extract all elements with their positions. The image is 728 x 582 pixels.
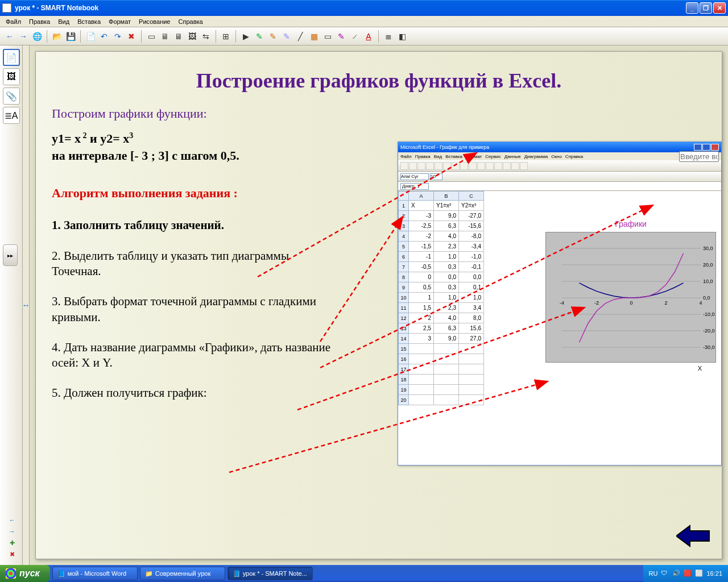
svg-text:-2: -2: [594, 300, 599, 306]
excel-data-table: ABC1XY1=x²Y2=x³2-39,0-27,03-2,56,3-15,64…: [398, 191, 484, 405]
props1-icon[interactable]: ≣: [382, 30, 395, 43]
excel-menu-view: Вид: [434, 154, 442, 159]
menu-file[interactable]: Файл: [2, 17, 24, 26]
excel-menu-format: Формат: [466, 154, 482, 159]
taskbar-item-folder[interactable]: 📁Современный урок: [140, 567, 225, 580]
svg-text:-20,0: -20,0: [703, 328, 715, 334]
close-button[interactable]: ✕: [713, 2, 726, 14]
menubar: Файл Правка Вид Вставка Формат Рисование…: [0, 16, 728, 27]
text-icon[interactable]: A: [362, 30, 375, 43]
excel-sheet: ABC1XY1=x²Y2=x³2-39,0-27,03-2,56,3-15,64…: [398, 191, 721, 405]
screen-icon[interactable]: ▭: [145, 30, 158, 43]
svg-text:-10,0: -10,0: [703, 311, 715, 317]
excel-max-icon: [702, 144, 710, 151]
svg-text:30,0: 30,0: [703, 246, 713, 251]
tab-props-icon[interactable]: ≣A: [3, 107, 20, 124]
display1-icon[interactable]: 🖥: [159, 30, 171, 43]
nav-prev-icon[interactable]: ←: [6, 515, 18, 525]
excel-namebox-row: Диагр. 1: [398, 182, 721, 191]
taskbar-item-label: урок * - SMART Note...: [243, 570, 307, 577]
nav-next-icon[interactable]: →: [6, 526, 18, 537]
excel-help-search: [679, 151, 719, 162]
tray-icon: ⬜: [695, 569, 703, 577]
tab-attach-icon[interactable]: 📎: [3, 88, 20, 105]
step-1: 1. Заполнить таблицу значений.: [52, 218, 336, 233]
excel-font-size: [430, 173, 442, 180]
minimize-button[interactable]: _: [686, 2, 698, 14]
menu-edit[interactable]: Правка: [26, 17, 53, 26]
chart-xlabel: X: [543, 365, 719, 372]
swap-icon[interactable]: ⇆: [200, 30, 212, 43]
excel-menu-tools: Сервис: [485, 154, 500, 159]
pen1-icon[interactable]: ✎: [253, 30, 266, 43]
taskbar-item-label: мой - Microsoft Word: [68, 570, 126, 577]
maximize-button[interactable]: ❐: [700, 2, 712, 14]
step-2: 2. Выделить таблицу и указать тип диагра…: [52, 248, 336, 280]
panel-expand[interactable]: ↔: [23, 45, 30, 565]
excel-chart: Графики 30,020,010,00,0-10,0-20,0-30,0-4…: [543, 216, 719, 386]
pointer-icon[interactable]: ▶: [239, 30, 252, 43]
menu-view[interactable]: Вид: [55, 17, 73, 26]
chart-plot: 30,020,010,00,0-10,0-20,0-30,0-4-2024: [545, 232, 716, 363]
svg-text:0,0: 0,0: [703, 295, 710, 301]
tab-pages-icon[interactable]: 📄: [3, 49, 20, 66]
tray-clock: 16:21: [706, 570, 722, 577]
nav-del-icon[interactable]: ✖: [6, 549, 18, 559]
taskbar-item-smart[interactable]: 📘урок * - SMART Note...: [228, 567, 313, 580]
excel-menu-help: Справка: [565, 154, 583, 159]
nav-add-icon[interactable]: ✚: [6, 538, 18, 548]
open-icon[interactable]: 📂: [51, 30, 63, 43]
excel-titlebar: Microsoft Excel - График для примера: [398, 142, 721, 152]
svg-text:20,0: 20,0: [703, 262, 713, 268]
slide-subtitle: Построим графики функции:: [52, 106, 706, 121]
shape-icon[interactable]: ▦: [308, 30, 320, 43]
pen2-icon[interactable]: ✎: [267, 30, 279, 43]
slide-title: Построение графиков функций в Excel.: [52, 69, 706, 93]
excel-toolbar-2: [398, 172, 721, 182]
menu-format[interactable]: Формат: [105, 17, 134, 26]
redo-icon[interactable]: ↷: [111, 30, 124, 43]
back-icon[interactable]: ←: [3, 30, 16, 43]
excel-font-name: [400, 173, 429, 180]
svg-text:0: 0: [630, 300, 632, 306]
display2-icon[interactable]: 🖥: [172, 30, 185, 43]
line-icon[interactable]: ╱: [294, 30, 307, 43]
tab-gallery-icon[interactable]: 🖼: [3, 68, 20, 85]
page-nav: ← → ✚ ✖: [6, 515, 20, 559]
svg-marker-25: [676, 526, 709, 546]
menu-draw[interactable]: Рисование: [135, 17, 173, 26]
pen3-icon[interactable]: ✎: [280, 30, 293, 43]
forward-icon[interactable]: →: [17, 30, 30, 43]
save-icon[interactable]: 💾: [64, 30, 77, 43]
tray-icon: 🟥: [684, 569, 692, 577]
delete-icon[interactable]: ✖: [125, 30, 138, 43]
table-icon[interactable]: ⊞: [220, 30, 232, 43]
menu-insert[interactable]: Вставка: [74, 17, 104, 26]
side-tabs: 📄 🖼 📎 ≣A: [0, 45, 23, 565]
svg-text:-4: -4: [560, 300, 564, 306]
step-4: 4. Дать название диаграммы «Графики», да…: [52, 340, 336, 371]
excel-min-icon: [694, 144, 702, 151]
side-handle[interactable]: ▸▸: [3, 244, 18, 266]
system-tray[interactable]: RU 🛡 🔊 🟥 ⬜ 16:21: [643, 565, 728, 582]
start-button[interactable]: пуск: [0, 565, 50, 582]
back-arrow-shape[interactable]: [676, 525, 710, 547]
menu-help[interactable]: Справка: [175, 17, 206, 26]
taskbar-item-label: Современный урок: [155, 570, 211, 577]
svg-text:10,0: 10,0: [703, 278, 713, 284]
capture-icon[interactable]: 🖼: [186, 30, 198, 43]
props2-icon[interactable]: ◧: [396, 30, 408, 43]
undo-icon[interactable]: ↶: [98, 30, 110, 43]
excel-menubar: Файл Правка Вид Вставка Формат Сервис Да…: [398, 152, 721, 160]
step-5: 5. Должен получиться график:: [52, 385, 336, 401]
globe-icon[interactable]: 🌐: [31, 30, 43, 43]
new-page-icon[interactable]: 📄: [84, 30, 97, 43]
excel-title-text: Microsoft Excel - График для примера: [400, 144, 693, 150]
slide[interactable]: Построение графиков функций в Excel. Пос…: [35, 51, 722, 559]
excel-menu-insert: Вставка: [445, 154, 462, 159]
magic-pen-icon[interactable]: ✎: [335, 30, 348, 43]
excel-menu-data: Данные: [504, 154, 521, 159]
taskbar-item-word[interactable]: 📘мой - Microsoft Word: [52, 567, 138, 580]
eraser-icon[interactable]: ⟋: [349, 30, 361, 43]
rect-icon[interactable]: ▭: [321, 30, 334, 43]
